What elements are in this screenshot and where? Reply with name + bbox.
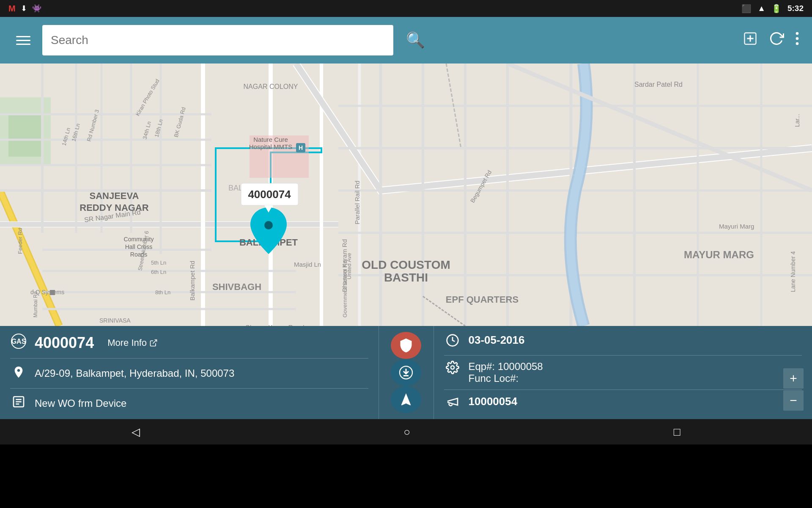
svg-text:SRINIVASA: SRINIVASA xyxy=(99,317,131,324)
svg-text:Government School Rd: Government School Rd xyxy=(342,260,348,318)
svg-text:Parallel Rail Rd: Parallel Rail Rd xyxy=(354,181,361,224)
info-right-section: 03-05-2016 Eqp#: 10000058 Func Loc#: xyxy=(434,326,812,419)
document-icon xyxy=(10,395,27,411)
workorder-row: New WO frm Device xyxy=(10,395,368,411)
svg-text:d Q Systems: d Q Systems xyxy=(30,289,64,295)
svg-text:BAL: BAL xyxy=(228,184,243,192)
svg-text:H: H xyxy=(299,144,303,151)
divider-4 xyxy=(444,389,802,390)
action-buttons: ! xyxy=(379,326,434,419)
megaphone-icon xyxy=(444,395,461,411)
notification-row: 10000054 xyxy=(444,395,802,411)
svg-text:Sardar Patel Rd: Sardar Patel Rd xyxy=(634,81,683,88)
svg-point-3 xyxy=(796,32,799,35)
location-icon xyxy=(10,365,27,382)
zoom-out-button[interactable]: − xyxy=(783,390,804,411)
svg-line-76 xyxy=(153,340,156,343)
toolbar: 🔍 xyxy=(0,17,812,64)
status-bar: M ⬇ 👾 ⬛ ▲ 🔋 5:32 xyxy=(0,0,812,17)
back-button[interactable]: ◁ xyxy=(115,422,157,442)
func-loc: Func Loc#: xyxy=(469,373,543,384)
svg-text:Hall Cross: Hall Cross xyxy=(125,243,153,250)
status-bar-right: ⬛ ▲ 🔋 5:32 xyxy=(741,4,804,14)
recents-button[interactable]: □ xyxy=(657,422,697,442)
address-text: A/29-09, Balkampet, Hyderabad, IN, 50007… xyxy=(35,367,234,379)
svg-text:SHIVBAGH: SHIVBAGH xyxy=(212,282,261,292)
svg-point-59 xyxy=(264,221,273,229)
divider-3 xyxy=(444,355,802,356)
wifi-icon: ▲ xyxy=(757,4,765,13)
zoom-controls: + − xyxy=(783,368,804,411)
divider-1 xyxy=(10,358,368,359)
add-button[interactable] xyxy=(743,31,758,50)
search-icon[interactable]: 🔍 xyxy=(406,31,425,49)
equipment-details: Eqp#: 10000058 Func Loc#: xyxy=(469,361,543,384)
svg-text:Community: Community xyxy=(124,236,154,243)
svg-text:6th Ln: 6th Ln xyxy=(151,269,166,275)
svg-text:MAYUR MARG: MAYUR MARG xyxy=(684,249,754,260)
svg-point-85 xyxy=(451,366,454,369)
svg-text:NAGAR COLONY: NAGAR COLONY xyxy=(244,83,298,90)
menu-button[interactable] xyxy=(13,33,34,48)
more-info-link[interactable]: More Info xyxy=(107,337,158,348)
workorder-label: New WO frm Device xyxy=(35,398,126,409)
refresh-button[interactable] xyxy=(769,31,784,50)
svg-rect-8 xyxy=(8,114,42,157)
nav-bar: ◁ ○ □ xyxy=(0,419,812,444)
clock-icon xyxy=(444,334,461,350)
asset-id-row: GAS 4000074 More Info xyxy=(10,334,368,352)
battery-icon: 🔋 xyxy=(771,4,782,14)
divider-2 xyxy=(10,388,368,389)
map-container[interactable]: SANJEEVA REDDY NAGAR BALKAMPET OLD COUST… xyxy=(0,64,812,326)
svg-text:4000074: 4000074 xyxy=(248,188,291,201)
gear-icon xyxy=(444,361,461,377)
asset-id: 4000074 xyxy=(35,334,94,352)
svg-text:5th Ln: 5th Ln xyxy=(151,260,166,266)
app-icon-devil: 👾 xyxy=(32,4,41,13)
svg-text:8th Ln: 8th Ln xyxy=(155,289,170,295)
app-icon-m: M xyxy=(8,4,16,14)
status-bar-left: M ⬇ 👾 xyxy=(8,4,41,14)
svg-text:BASTHI: BASTHI xyxy=(384,271,428,284)
info-panel: GAS 4000074 More Info A/29-09, Balkampet xyxy=(0,326,812,419)
date-row: 03-05-2016 xyxy=(444,334,802,350)
navigate-button[interactable] xyxy=(391,386,421,413)
download-button[interactable] xyxy=(391,359,421,386)
svg-text:Lar...: Lar... xyxy=(794,114,801,127)
more-button[interactable] xyxy=(795,31,799,50)
search-container xyxy=(42,25,393,55)
date-value: 03-05-2016 xyxy=(469,334,525,347)
info-left-section: GAS 4000074 More Info A/29-09, Balkampet xyxy=(0,326,379,419)
address-row: A/29-09, Balkampet, Hyderabad, IN, 50007… xyxy=(10,365,368,382)
toolbar-right xyxy=(743,31,799,50)
more-info-label: More Info xyxy=(107,337,147,348)
gas-icon: GAS xyxy=(10,334,27,352)
svg-text:SANJEEVA: SANJEEVA xyxy=(90,190,139,201)
alert-button[interactable]: ! xyxy=(391,332,421,359)
app-icon-download: ⬇ xyxy=(21,4,27,13)
svg-text:Masjid Ln: Masjid Ln xyxy=(294,261,321,268)
svg-text:Nature Cure: Nature Cure xyxy=(253,136,288,143)
svg-point-4 xyxy=(796,37,799,40)
time-display: 5:32 xyxy=(787,4,804,13)
svg-text:!: ! xyxy=(405,343,407,349)
svg-text:Mayuri Marg: Mayuri Marg xyxy=(719,223,754,230)
zoom-in-button[interactable]: + xyxy=(783,368,804,389)
eqp-number: Eqp#: 10000058 xyxy=(469,361,543,373)
svg-text:EPF QUARTERS: EPF QUARTERS xyxy=(446,294,518,305)
svg-text:Lane Number 4: Lane Number 4 xyxy=(790,251,796,292)
notification-value: 10000054 xyxy=(469,395,518,408)
equipment-row: Eqp#: 10000058 Func Loc#: xyxy=(444,361,802,384)
home-button[interactable]: ○ xyxy=(387,422,427,442)
svg-point-5 xyxy=(796,42,799,45)
svg-text:Hospital MMTS: Hospital MMTS xyxy=(249,143,293,150)
cast-icon: ⬛ xyxy=(741,4,752,14)
svg-text:Balkampet Rd: Balkampet Rd xyxy=(189,261,196,301)
search-input[interactable] xyxy=(42,25,393,55)
svg-text:OLD COUSTOM: OLD COUSTOM xyxy=(362,258,450,271)
svg-text:Feeder Rd: Feeder Rd xyxy=(17,228,23,254)
svg-rect-48 xyxy=(50,290,55,295)
svg-text:GAS: GAS xyxy=(11,338,26,345)
